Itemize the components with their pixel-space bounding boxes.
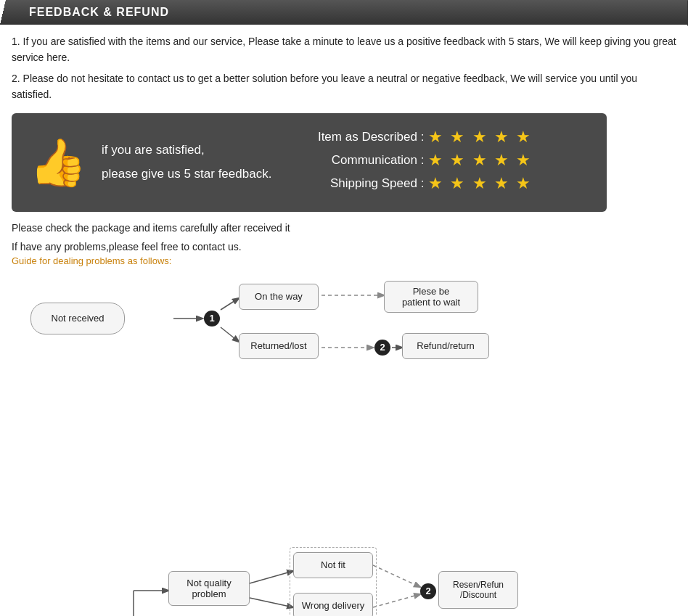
svg-line-11 <box>250 571 293 583</box>
diagram-received: Received 3 Not quality problem Quality p… <box>17 529 671 616</box>
star-label-described: Item as Described : <box>293 130 424 144</box>
stars-section: Item as Described : ★ ★ ★ ★ ★ Communicat… <box>293 128 589 197</box>
wrong-delivery-box: Wrong delivery <box>293 593 373 616</box>
svg-line-17 <box>373 594 420 607</box>
not-received-label: Not received <box>52 313 105 324</box>
stars-shipping: ★ ★ ★ ★ ★ <box>428 174 531 193</box>
please-wait-box: Plese be patient to wait <box>384 281 478 313</box>
guide-label: Guide for dealing problems as follows: <box>12 255 676 266</box>
please-wait-label: Plese be patient to wait <box>402 286 460 308</box>
returned-lost-box: Returned/lost <box>239 333 319 359</box>
svg-line-12 <box>250 598 293 607</box>
returned-lost-label: Returned/lost <box>250 340 306 351</box>
stars-communication: ★ ★ ★ ★ ★ <box>428 151 531 170</box>
diagram-not-received: Not received 1 On the way Returned/lost … <box>17 275 671 529</box>
circle-2-bottom: 2 <box>420 583 436 599</box>
circle-2-top: 2 <box>374 340 390 356</box>
paragraph-1: 1. If you are satisfied with the items a… <box>12 33 676 66</box>
not-fit-label: Not fit <box>321 559 345 570</box>
check-line1: Please check the package and items caref… <box>12 222 676 234</box>
refund-return-label: Refund/return <box>417 340 475 351</box>
not-quality-box: Not quality problem <box>168 571 250 606</box>
not-quality-label: Not quality problem <box>187 578 231 599</box>
svg-line-2 <box>221 327 239 342</box>
star-label-shipping: Shipping Speed : <box>293 176 424 191</box>
check-line2: If have any problems,please feel free to… <box>12 241 676 252</box>
not-fit-box: Not fit <box>293 552 373 578</box>
stars-described: ★ ★ ★ ★ ★ <box>428 128 531 147</box>
feedback-text: if you are satisfied, please give us 5 s… <box>102 137 271 188</box>
wrong-delivery-label: Wrong delivery <box>302 600 364 611</box>
main-content: 1. If you are satisfied with the items a… <box>0 25 688 616</box>
star-row-shipping: Shipping Speed : ★ ★ ★ ★ ★ <box>293 174 589 193</box>
header-bar: FEEDBACK & REFUND <box>0 0 688 25</box>
star-label-communication: Communication : <box>293 153 424 168</box>
thumbs-up-icon: 👍 <box>29 139 87 186</box>
svg-line-1 <box>221 298 239 310</box>
star-row-communication: Communication : ★ ★ ★ ★ ★ <box>293 151 589 170</box>
on-the-way-label: On the way <box>255 291 303 302</box>
paragraph-2: 2. Please do not hesitate to contact us … <box>12 70 676 103</box>
feedback-line2: please give us 5 star feedback. <box>102 164 271 185</box>
page-title: FEEDBACK & REFUND <box>29 6 169 19</box>
resen-refund-box: Resen/Refun /Discount <box>438 571 518 609</box>
star-row-described: Item as Described : ★ ★ ★ ★ ★ <box>293 128 589 147</box>
feedback-line1: if you are satisfied, <box>102 140 271 161</box>
on-the-way-box: On the way <box>239 284 319 310</box>
svg-line-16 <box>373 565 420 587</box>
circle-1: 1 <box>204 311 220 327</box>
refund-return-box: Refund/return <box>402 333 489 359</box>
not-received-box: Not received <box>30 303 125 334</box>
feedback-banner: 👍 if you are satisfied, please give us 5… <box>12 113 607 212</box>
resen-refund-label: Resen/Refun /Discount <box>453 580 504 600</box>
